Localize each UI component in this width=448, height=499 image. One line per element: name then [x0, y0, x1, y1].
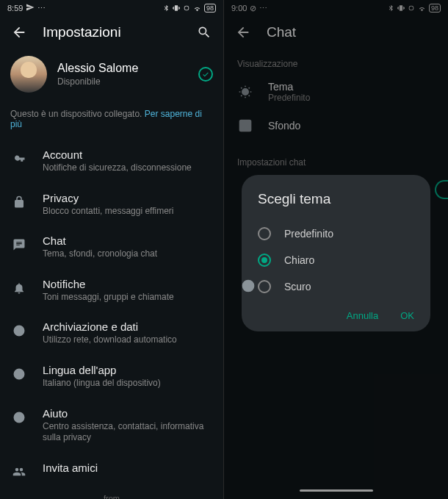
- help-icon: [10, 409, 28, 426]
- footer-text: from: [0, 489, 223, 499]
- ok-button[interactable]: OK: [400, 310, 414, 321]
- status-icons: 98: [162, 4, 216, 12]
- status-bar: 8:59 ⋯ 98: [0, 0, 223, 16]
- profile-name: Alessio Salome: [57, 62, 188, 75]
- menu-chat[interactable]: ChatTema, sfondi, cronologia chat: [0, 226, 223, 269]
- battery-icon: 98: [204, 4, 216, 12]
- chat-icon: [10, 236, 28, 254]
- alarm-off-icon: [183, 4, 190, 12]
- menu-invite[interactable]: Invita amici: [0, 453, 223, 489]
- radio-option-predefinito[interactable]: Predefinito: [258, 220, 414, 247]
- bluetooth-icon: [162, 4, 170, 12]
- menu-storage[interactable]: Archiviazione e datiUtilizzo rete, downl…: [0, 312, 223, 355]
- people-icon: [10, 463, 28, 481]
- page-title: Impostazioni: [43, 24, 181, 40]
- avatar: [10, 56, 47, 93]
- dialog-title: Scegli tema: [258, 191, 414, 207]
- key-icon: [10, 150, 28, 168]
- wifi-icon: [193, 4, 201, 12]
- search-button[interactable]: [195, 24, 213, 41]
- keyboard-icon: [240, 278, 256, 294]
- header: Impostazioni: [0, 16, 223, 49]
- radio-icon: [258, 227, 271, 240]
- home-indicator[interactable]: [300, 489, 373, 492]
- menu-account[interactable]: AccountNotifiche di sicurezza, disconnes…: [0, 140, 223, 183]
- svg-point-1: [17, 329, 21, 333]
- theme-dialog: Scegli tema Predefinito Chiaro Scuro Ann…: [242, 175, 430, 331]
- radio-icon: [258, 254, 271, 267]
- menu-notifications[interactable]: NotificheToni messaggi, gruppi e chiamat…: [0, 269, 223, 312]
- globe-icon: [10, 365, 28, 383]
- bell-icon: [10, 279, 28, 297]
- lock-icon: [10, 193, 28, 211]
- data-icon: [10, 322, 28, 340]
- profile-status: Disponibile: [57, 76, 188, 87]
- back-button[interactable]: [10, 24, 28, 41]
- vibrate-icon: [173, 4, 180, 12]
- radio-option-scuro[interactable]: Scuro: [258, 273, 414, 300]
- telegram-icon: [26, 3, 35, 13]
- profile-row[interactable]: Alessio Salome Disponibile: [0, 49, 223, 103]
- verified-icon: [198, 67, 213, 82]
- device-note: Questo è un dispositivo collegato. Per s…: [0, 103, 223, 140]
- more-icon: ⋯: [37, 4, 46, 13]
- radio-option-chiaro[interactable]: Chiaro: [258, 247, 414, 273]
- cancel-button[interactable]: Annulla: [347, 310, 378, 321]
- radio-icon: [258, 280, 271, 293]
- menu-help[interactable]: AiutoCentro assistenza, contattaci, info…: [0, 398, 223, 453]
- menu-privacy[interactable]: PrivacyBlocco contatti, messaggi effimer…: [0, 183, 223, 226]
- clock: 8:59: [7, 4, 23, 12]
- menu-language[interactable]: Lingua dell'appItaliano (lingua del disp…: [0, 355, 223, 398]
